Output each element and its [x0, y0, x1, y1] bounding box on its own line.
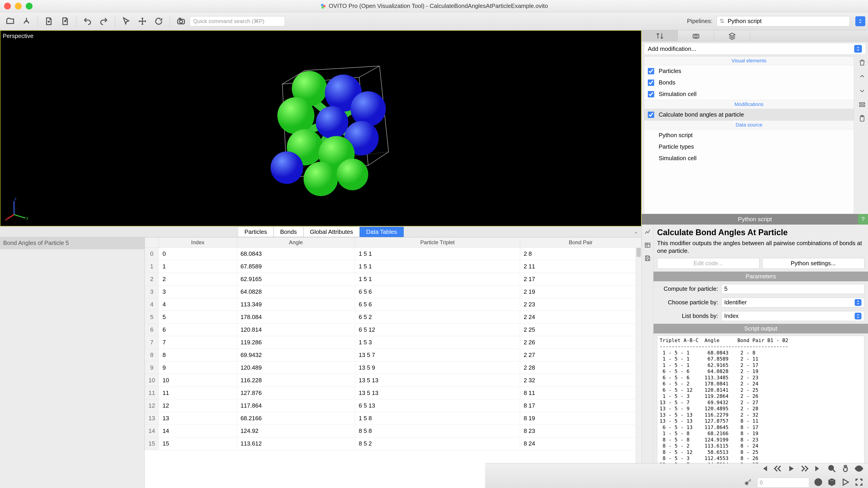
pipeline-item[interactable]: Simulation cell: [644, 153, 854, 164]
table-row[interactable]: 3364.08286 5 62 19: [145, 286, 642, 298]
delete-item-button[interactable]: [858, 59, 866, 67]
move-tool-button[interactable]: [135, 14, 150, 28]
viewport-3d[interactable]: Perspective: [0, 30, 642, 226]
key-icon[interactable]: [744, 478, 753, 488]
tab-data-tables[interactable]: Data Tables: [360, 227, 404, 237]
table-row[interactable]: 0068.08431 5 12 8: [145, 248, 642, 260]
goto-start-button[interactable]: [760, 464, 769, 474]
rotate-tool-button[interactable]: [151, 14, 166, 28]
add-modification-dropdown[interactable]: Add modification...: [644, 43, 866, 55]
minimize-window-button[interactable]: [15, 3, 22, 9]
open-file-button[interactable]: [3, 14, 18, 28]
visibility-checkbox[interactable]: [648, 91, 654, 97]
tab-bonds[interactable]: Bonds: [274, 227, 303, 237]
data-tables-list[interactable]: Bond Angles of Particle 5: [0, 237, 145, 488]
pan-button[interactable]: [841, 464, 850, 474]
table-row[interactable]: 2262.91651 5 12 17: [145, 273, 642, 286]
pipeline-item[interactable]: Simulation cell: [644, 88, 854, 100]
play-button[interactable]: [786, 464, 796, 474]
column-header[interactable]: Bond Pair: [520, 237, 641, 248]
table-row[interactable]: 99120.48913 5 92 28: [145, 361, 642, 374]
pipeline-dropdown-button[interactable]: [855, 16, 865, 26]
chevron-down-icon[interactable]: ⌄: [634, 229, 638, 235]
table-row[interactable]: 77119.2861 5 32 26: [145, 336, 642, 349]
compute-particle-input[interactable]: [721, 284, 864, 294]
table-row[interactable]: 55178.0846 5 22 24: [145, 311, 642, 324]
step-forward-button[interactable]: [800, 464, 809, 474]
table-row[interactable]: 8869.943213 5 72 27: [145, 349, 642, 361]
pipeline-item[interactable]: Bonds: [644, 77, 854, 88]
visibility-checkbox[interactable]: [648, 68, 654, 74]
step-back-button[interactable]: [773, 464, 782, 474]
options-button[interactable]: [858, 101, 866, 109]
save-icon[interactable]: [643, 254, 652, 263]
svg-line-28: [7, 215, 14, 219]
svg-rect-36: [645, 243, 650, 248]
fullscreen-icon[interactable]: [855, 478, 864, 488]
script-output[interactable]: Triplet A-B-C Angle Bond Pair B1 - B2 --…: [657, 336, 864, 485]
column-header[interactable]: Angle: [237, 237, 355, 248]
visibility-checkbox[interactable]: [648, 79, 654, 86]
table-row[interactable]: 1212117.8646 5 138 17: [145, 399, 642, 412]
new-file-button[interactable]: [41, 14, 56, 28]
visibility-checkbox[interactable]: [648, 111, 654, 118]
table-row[interactable]: 1010116.22813 5 132 32: [145, 374, 642, 387]
table-row[interactable]: 66120.8146 5 122 25: [145, 324, 642, 336]
choose-by-select[interactable]: Identifier: [721, 297, 864, 307]
table-row[interactable]: 1414124.928 5 88 23: [145, 425, 642, 437]
move-up-button[interactable]: [858, 73, 866, 81]
table-row[interactable]: 1515113.6128 5 28 24: [145, 437, 642, 450]
pipeline-item[interactable]: Calculate bond angles at particle: [644, 109, 854, 121]
pipeline-item[interactable]: Particle types: [644, 141, 854, 153]
column-header[interactable]: Index: [159, 237, 237, 248]
redo-button[interactable]: [96, 14, 111, 28]
pipeline-list: Visual elements ParticlesBondsSimulation…: [644, 56, 854, 214]
move-down-button[interactable]: [858, 87, 866, 95]
frame-input[interactable]: [757, 478, 809, 488]
table-row[interactable]: 1111127.87613 5 138 11: [145, 387, 642, 399]
tab-particles[interactable]: Particles: [238, 227, 274, 237]
edit-code-button[interactable]: Edit code...: [657, 258, 760, 269]
visual-elements-header: Visual elements: [644, 56, 854, 65]
download-button[interactable]: [19, 14, 34, 28]
table-row[interactable]: 1167.85891 5 12 11: [145, 260, 642, 273]
maximize-window-button[interactable]: [26, 3, 33, 9]
table-row[interactable]: 131368.21661 5 88 19: [145, 412, 642, 425]
data-table[interactable]: IndexAngleParticle TripletBond Pair 0068…: [145, 237, 642, 488]
pipelines-label: Pipelines:: [687, 18, 712, 25]
data-tables-item[interactable]: Bond Angles of Particle 5: [0, 237, 145, 249]
quick-command-search[interactable]: Quick command search (⌘P): [190, 16, 285, 26]
clipboard-button[interactable]: [858, 115, 866, 123]
pipeline-item[interactable]: Python script: [644, 129, 854, 141]
undo-button[interactable]: [80, 14, 95, 28]
svg-point-37: [829, 465, 833, 470]
view-button[interactable]: [855, 464, 864, 474]
help-button[interactable]: ?: [858, 214, 868, 225]
select-tool-button[interactable]: [119, 14, 133, 28]
table-icon[interactable]: [643, 241, 652, 250]
list-bonds-select[interactable]: Index: [721, 311, 864, 321]
chart-icon[interactable]: [643, 228, 652, 236]
table-row[interactable]: 44113.3496 5 62 23: [145, 298, 642, 311]
pipeline-item[interactable]: Particles: [644, 65, 854, 77]
close-window-button[interactable]: [4, 3, 11, 9]
goto-end-button[interactable]: [814, 464, 823, 474]
python-settings-button[interactable]: Python settings...: [762, 258, 865, 269]
data-tabs: ParticlesBondsGlobal AttributesData Tabl…: [0, 226, 642, 237]
render-button[interactable]: [174, 14, 188, 28]
svg-text:x: x: [5, 217, 7, 221]
zoom-button[interactable]: [827, 464, 836, 474]
pipeline-selector[interactable]: ⇅ Python script: [717, 16, 850, 26]
tab-global-attributes[interactable]: Global Attributes: [303, 227, 360, 237]
viewport-label: Perspective: [3, 33, 33, 39]
column-header[interactable]: Particle Triplet: [355, 237, 520, 248]
pipeline-tab[interactable]: [642, 30, 678, 41]
clock-icon[interactable]: [814, 478, 823, 488]
overlay-tab[interactable]: [714, 30, 750, 41]
modifications-header: Modifications: [644, 100, 854, 109]
render-settings-tab[interactable]: [678, 30, 714, 41]
cube-icon[interactable]: [827, 478, 836, 488]
run-icon[interactable]: [841, 478, 850, 488]
vertical-scrollbar[interactable]: [636, 247, 642, 488]
export-file-button[interactable]: [58, 14, 72, 28]
